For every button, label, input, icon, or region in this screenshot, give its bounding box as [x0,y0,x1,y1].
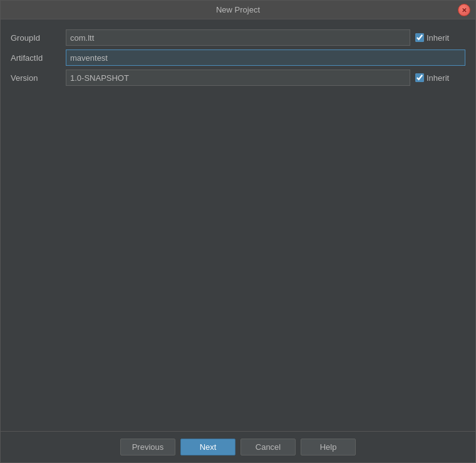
version-row: Version Inherit [11,70,465,86]
title-bar: New Project ✕ [1,1,475,19]
groupid-inherit-label: Inherit [427,33,449,43]
groupid-inherit-group: Inherit [415,33,465,43]
form-area: GroupId Inherit ArtifactId Version Inher… [11,29,465,86]
version-input[interactable] [66,70,410,86]
previous-button[interactable]: Previous [120,439,175,455]
artifactid-label: ArtifactId [11,53,61,63]
artifactid-row: ArtifactId [11,49,465,66]
cancel-button[interactable]: Cancel [241,439,296,455]
version-inherit-group: Inherit [415,73,465,83]
close-icon: ✕ [462,7,467,14]
close-button[interactable]: ✕ [458,4,470,16]
version-label: Version [11,73,61,83]
version-inherit-checkbox[interactable] [415,73,424,82]
new-project-dialog: New Project ✕ GroupId Inherit ArtifactId [0,0,476,463]
groupid-input[interactable] [66,29,410,46]
groupid-inherit-checkbox[interactable] [415,33,424,42]
dialog-title: New Project [216,5,260,14]
groupid-label: GroupId [11,33,61,43]
version-inherit-label: Inherit [427,73,449,83]
help-button[interactable]: Help [301,439,356,455]
next-button[interactable]: Next [180,439,235,455]
dialog-content: GroupId Inherit ArtifactId Version Inher… [1,19,475,431]
artifactid-input[interactable] [66,49,465,66]
button-bar: Previous Next Cancel Help [1,431,475,462]
groupid-row: GroupId Inherit [11,29,465,46]
